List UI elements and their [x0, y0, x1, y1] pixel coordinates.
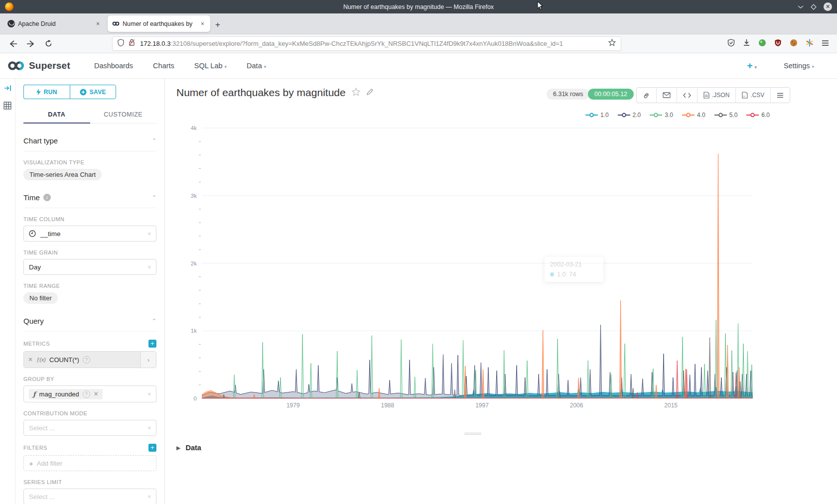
- time-grain-label: TIME GRAIN: [23, 250, 156, 255]
- tab-customize[interactable]: CUSTOMIZE: [90, 107, 157, 123]
- export-csv-button[interactable]: x.CSV: [736, 88, 771, 103]
- section-time[interactable]: Timei⌃: [23, 193, 156, 208]
- tab-apache-druid[interactable]: Apache Druid ×: [3, 15, 106, 32]
- add-filter-box[interactable]: +Add filter: [23, 455, 156, 471]
- legend-item-3.0[interactable]: 3.0: [650, 112, 673, 119]
- edit-title-icon[interactable]: [366, 88, 374, 98]
- legend-item-1.0[interactable]: 1.0: [585, 112, 609, 119]
- window-titlebar: Numer of earthquakes by magnitude — Mozi…: [0, 0, 837, 13]
- series-area-3.0: [202, 320, 753, 399]
- section-chart-type[interactable]: Chart type⌃: [23, 136, 156, 151]
- legend-marker: [682, 113, 695, 118]
- nav-data[interactable]: Data▾: [247, 62, 266, 70]
- legend-marker: [585, 113, 598, 118]
- mouse-cursor: [537, 1, 544, 11]
- tab-close-icon[interactable]: ×: [199, 20, 206, 28]
- add-filter-button[interactable]: +: [148, 444, 156, 452]
- viz-type-value[interactable]: Time-series Area Chart: [23, 169, 102, 180]
- filters-label: FILTERS+: [23, 444, 156, 452]
- group-by-select[interactable]: ƒ mag_rounded ? ✕ ˅: [23, 385, 156, 402]
- series-line-3.0: [202, 320, 753, 398]
- time-column-select[interactable]: __time˅: [23, 226, 156, 242]
- add-new-button[interactable]: +▾: [747, 60, 757, 71]
- legend-item-5.0[interactable]: 5.0: [714, 112, 738, 119]
- svg-text:x: x: [743, 95, 745, 98]
- forward-icon[interactable]: [22, 40, 40, 47]
- extension-green-icon[interactable]: [758, 39, 766, 49]
- url-bar[interactable]: 172.18.0.3 :32108/superset/explore/?form…: [112, 36, 621, 51]
- superset-logo[interactable]: Superset: [7, 60, 70, 71]
- reload-icon[interactable]: [40, 40, 57, 47]
- chevron-up-icon: ⌃: [152, 318, 156, 324]
- data-panel-toggle[interactable]: ▶ Data: [176, 444, 201, 452]
- back-icon[interactable]: [4, 40, 22, 47]
- x-tick-label: 1997: [475, 402, 489, 409]
- close-icon[interactable]: ✕: [824, 2, 832, 11]
- menu-icon[interactable]: [822, 39, 829, 48]
- row-count-badge: 6.31k rows: [547, 89, 589, 100]
- copy-link-button[interactable]: [637, 88, 657, 103]
- expand-metric-icon[interactable]: ›: [140, 352, 156, 368]
- run-button[interactable]: RUN: [23, 85, 70, 99]
- legend-label: 4.0: [697, 112, 705, 119]
- minimize-icon[interactable]: [798, 5, 804, 9]
- metrics-label: METRICS+: [23, 340, 156, 348]
- metric-item[interactable]: ✕ ƒ(x) COUNT(*) ? ›: [23, 351, 156, 368]
- tooltip-date: 2002-03-21: [550, 261, 598, 268]
- insecure-lock-icon[interactable]: [129, 39, 136, 48]
- panel-tabs: DATA CUSTOMIZE: [23, 107, 156, 124]
- add-metric-button[interactable]: +: [148, 340, 156, 348]
- tab-earthquakes[interactable]: Numer of earthquakes by ×: [108, 15, 210, 32]
- nav-charts[interactable]: Charts: [153, 62, 174, 70]
- section-query[interactable]: Query⌃: [23, 317, 156, 332]
- help-icon: ?: [83, 390, 90, 398]
- panel-resize-handle[interactable]: [464, 432, 481, 436]
- settings-menu[interactable]: Settings▾: [784, 62, 814, 70]
- chevron-down-icon: ˅: [148, 425, 151, 431]
- downloads-icon[interactable]: [743, 39, 750, 48]
- email-button[interactable]: [657, 88, 677, 103]
- pocket-shield-icon[interactable]: [727, 39, 735, 49]
- time-grain-select[interactable]: Day˅: [23, 259, 156, 275]
- maximize-icon[interactable]: [811, 4, 817, 10]
- expand-panel-icon[interactable]: [4, 85, 11, 94]
- legend-item-4.0[interactable]: 4.0: [682, 112, 705, 119]
- bookmark-star-icon[interactable]: [608, 39, 616, 48]
- tab-bar: Apache Druid × Numer of earthquakes by ×…: [0, 13, 837, 34]
- save-button[interactable]: SAVE: [70, 85, 117, 99]
- extension-asterisk-icon[interactable]: [806, 39, 814, 49]
- series-limit-select[interactable]: Select ...˅: [23, 489, 156, 504]
- time-column-label: TIME COLUMN: [23, 216, 156, 222]
- tab-data[interactable]: DATA: [23, 107, 90, 123]
- export-json-button[interactable]: .JSON: [698, 88, 736, 103]
- info-icon: i: [43, 194, 51, 201]
- embed-code-button[interactable]: [677, 88, 698, 103]
- clock-icon: [29, 230, 36, 237]
- legend-item-2.0[interactable]: 2.0: [618, 112, 641, 119]
- window-title: Numer of earthquakes by magnitude — Mozi…: [0, 3, 837, 10]
- legend-marker: [746, 113, 759, 118]
- legend-item-6.0[interactable]: 6.0: [746, 112, 770, 119]
- remove-chip-icon[interactable]: ✕: [94, 390, 99, 397]
- timeseries-chart[interactable]: 01k2k3k4k19791988199720062015: [180, 126, 773, 414]
- tab-close-icon[interactable]: ×: [95, 20, 101, 28]
- nav-sql-lab[interactable]: SQL Lab▾: [194, 62, 227, 70]
- remove-metric-icon[interactable]: ✕: [28, 356, 33, 363]
- group-by-chip[interactable]: ƒ mag_rounded ? ✕: [29, 389, 103, 399]
- more-options-button[interactable]: [771, 88, 790, 103]
- chevron-up-icon: ⌃: [152, 194, 156, 201]
- function-icon: ƒ(x): [36, 357, 46, 363]
- series-dot: [550, 272, 554, 276]
- favorite-star-icon[interactable]: [352, 88, 360, 98]
- tracking-shield-icon[interactable]: [118, 39, 124, 48]
- cookie-icon[interactable]: [790, 39, 798, 49]
- ublock-icon[interactable]: [774, 39, 782, 49]
- series-line-2.0: [202, 325, 753, 396]
- time-range-value[interactable]: No filter: [23, 292, 58, 304]
- new-tab-button[interactable]: +: [211, 19, 224, 31]
- nav-dashboards[interactable]: Dashboards: [94, 62, 133, 70]
- dataset-grid-icon[interactable]: [3, 102, 11, 112]
- viz-type-label: VISUALIZATION TYPE: [23, 159, 156, 165]
- x-tick-label: 1979: [286, 402, 300, 409]
- contribution-mode-select[interactable]: Select ...˅: [23, 420, 156, 436]
